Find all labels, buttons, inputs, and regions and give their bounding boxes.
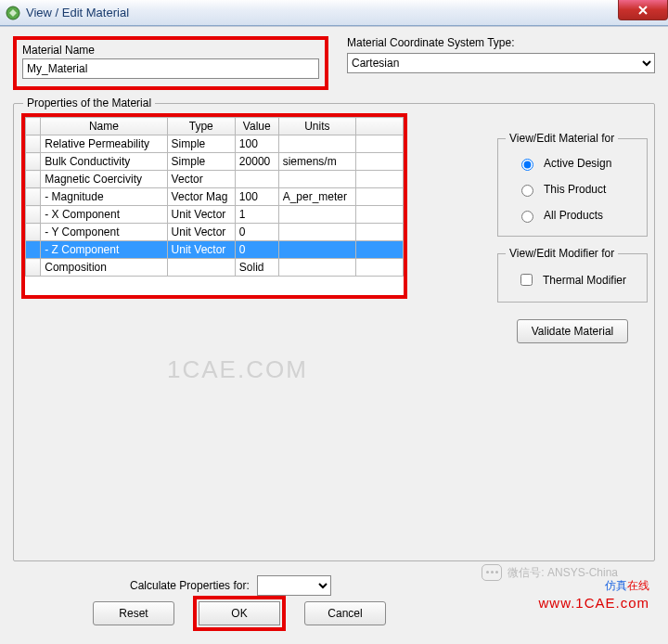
validate-button[interactable]: Validate Material <box>517 319 628 343</box>
calc-select[interactable] <box>257 575 331 596</box>
table-row[interactable]: Magnetic CoercivityVector <box>26 171 404 188</box>
properties-legend: Properties of the Material <box>23 97 155 109</box>
modifier-legend: View/Edit Modifier for <box>506 247 618 260</box>
view-for-group: View/Edit Material for Active DesignThis… <box>497 138 648 237</box>
col-units[interactable]: Units <box>278 118 355 135</box>
table-row[interactable]: CompositionSolid <box>26 259 404 277</box>
table-row[interactable]: Bulk ConductivitySimple20000siemens/m <box>26 153 404 171</box>
watermark-brand: 仿真在线 www.1CAE.com <box>538 571 649 611</box>
ok-button[interactable]: OK <box>199 601 280 625</box>
calc-label: Calculate Properties for: <box>130 579 250 592</box>
table-row[interactable]: - X ComponentUnit Vector1 <box>26 206 404 224</box>
view-for-option[interactable]: Active Design <box>517 156 636 171</box>
view-for-option[interactable]: All Products <box>517 208 636 223</box>
thermal-modifier-label: Thermal Modifier <box>543 274 626 287</box>
table-row[interactable]: Relative PermeabilitySimple100 <box>26 135 404 153</box>
titlebar: View / Edit Material <box>0 0 668 26</box>
col-type[interactable]: Type <box>167 118 235 135</box>
coord-label: Material Coordinate System Type: <box>347 36 655 49</box>
app-icon <box>6 6 20 20</box>
col-rowheader <box>26 118 41 135</box>
table-row[interactable]: - Z ComponentUnit Vector0 <box>26 241 404 259</box>
col-name[interactable]: Name <box>41 118 167 135</box>
close-button[interactable] <box>618 0 668 20</box>
dialog-body: Material Name Material Coordinate System… <box>0 26 668 644</box>
col-extra <box>356 118 404 135</box>
material-name-input[interactable] <box>22 58 319 79</box>
reset-button[interactable]: Reset <box>93 601 174 625</box>
material-name-group: Material Name <box>13 36 328 90</box>
properties-table-wrap: Name Type Value Units Relative Permeabil… <box>21 113 407 299</box>
window-title: View / Edit Material <box>26 6 129 19</box>
table-row[interactable]: - MagnitudeVector Mag100A_per_meter <box>26 188 404 206</box>
material-name-label: Material Name <box>22 44 319 57</box>
modifier-group: View/Edit Modifier for Thermal Modifier <box>497 253 648 303</box>
view-for-legend: View/Edit Material for <box>506 132 618 145</box>
col-value[interactable]: Value <box>235 118 278 135</box>
watermark-cae: 1CAE.COM <box>167 355 308 384</box>
coord-select[interactable]: Cartesian <box>347 53 655 73</box>
cancel-button[interactable]: Cancel <box>304 601 386 625</box>
properties-table[interactable]: Name Type Value Units Relative Permeabil… <box>25 117 404 277</box>
thermal-modifier-check[interactable]: Thermal Modifier <box>517 271 636 289</box>
view-for-option[interactable]: This Product <box>517 182 636 197</box>
table-row[interactable]: - Y ComponentUnit Vector0 <box>26 224 404 241</box>
thermal-modifier-input[interactable] <box>520 274 533 286</box>
wechat-icon <box>482 564 502 581</box>
